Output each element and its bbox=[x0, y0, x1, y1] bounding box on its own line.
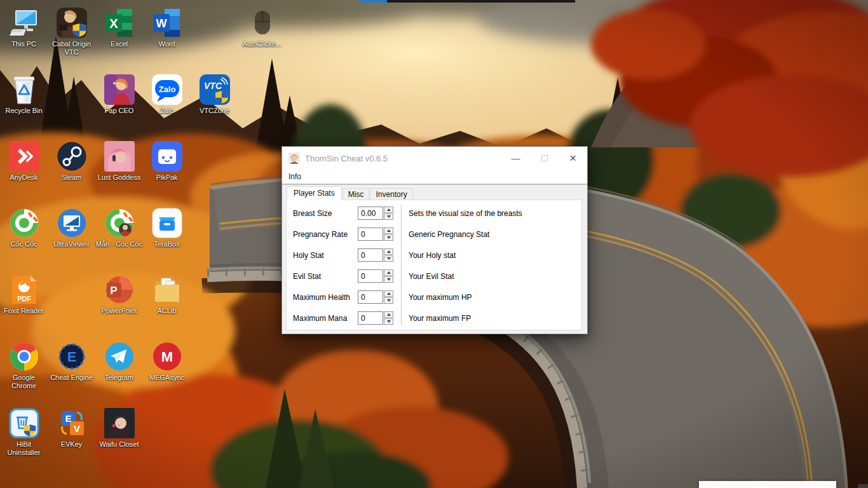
ultraviewer-icon bbox=[57, 208, 87, 238]
stat-label: Breast Size bbox=[293, 209, 358, 218]
desktop-icon-label: Zalo bbox=[160, 107, 173, 115]
telegram-icon bbox=[104, 341, 135, 372]
svg-text:M: M bbox=[161, 349, 172, 365]
desktop-icon-foxit-reader[interactable]: PDFFoxit Reader bbox=[0, 272, 48, 315]
vtczone-icon: VTC bbox=[200, 74, 230, 105]
desktop-icon-ultraviewer[interactable]: UltraViewer bbox=[48, 205, 95, 248]
desktop-icon-google-chrome[interactable]: Google Chrome bbox=[0, 339, 48, 390]
desktop-icon-recycle-bin[interactable]: Recycle Bin bbox=[0, 72, 48, 115]
desktop-icon-megasync[interactable]: MMEGAsync bbox=[143, 339, 191, 382]
spinner-down-button[interactable] bbox=[384, 234, 393, 241]
desktop-icon-label: Cốc Cốc bbox=[10, 240, 37, 248]
desktop-icon-label: Steam bbox=[62, 173, 82, 182]
close-button[interactable]: ✕ bbox=[559, 147, 587, 170]
powerpoint-icon: P bbox=[104, 274, 135, 305]
desktop-icon-label: Word bbox=[158, 40, 175, 48]
stat-description: Your Evil Stat bbox=[409, 272, 454, 281]
svg-text:PDF: PDF bbox=[17, 295, 31, 302]
desktop-icon-powerpoint[interactable]: PPowerPoint bbox=[95, 272, 143, 315]
spinner-up-button[interactable] bbox=[384, 290, 393, 297]
spinner-up-button[interactable] bbox=[384, 311, 393, 318]
desktop-icon-autoclicker[interactable]: AutoClicke... bbox=[238, 5, 286, 48]
svg-text:P: P bbox=[110, 285, 117, 297]
desktop-icon-cabal-origin-vtc[interactable]: Cabal Origin VTC bbox=[48, 5, 95, 57]
stat-row-holy-stat: Holy StatYour Holy stat bbox=[293, 245, 581, 266]
evil-stat-spinner bbox=[358, 269, 393, 283]
desktop-icon-label: TeraBox bbox=[154, 240, 179, 248]
spinner-up-button[interactable] bbox=[384, 227, 393, 234]
up-arrow-icon bbox=[387, 271, 391, 274]
desktop-icon-label: Excel bbox=[111, 40, 128, 48]
menu-info[interactable]: Info bbox=[283, 170, 306, 183]
spinner-down-button[interactable] bbox=[384, 276, 393, 283]
desktop-icon-zalo[interactable]: ZaloZalo bbox=[143, 72, 191, 115]
excel-icon: X bbox=[104, 8, 135, 38]
maximum-mana-input[interactable] bbox=[358, 311, 383, 325]
desktop-icon-anydesk[interactable]: AnyDesk bbox=[0, 139, 48, 182]
stat-row-maximum-health: Maximum HealthYour maximum HP bbox=[293, 287, 581, 308]
hidden-window-corner-bottom-right[interactable] bbox=[858, 484, 868, 488]
desktop-icon-evkey[interactable]: EVEVKey bbox=[48, 405, 95, 449]
menubar: Info bbox=[282, 170, 587, 184]
spinner-up-button[interactable] bbox=[384, 207, 393, 213]
desktop-icon-lust-goddess[interactable]: Lust Goddess bbox=[95, 139, 143, 182]
desktop-icon-vtczone[interactable]: VTCVTCZone bbox=[191, 72, 238, 115]
desktop-icon-telegram[interactable]: Telegram bbox=[95, 339, 143, 382]
maximum-health-input[interactable] bbox=[358, 290, 383, 304]
breast-size-input[interactable] bbox=[358, 207, 383, 220]
down-arrow-icon bbox=[387, 257, 391, 260]
desktop-icon-coc-coc[interactable]: Cốc Cốc bbox=[0, 205, 48, 248]
hidden-window-edge-top-accent bbox=[359, 0, 387, 3]
desktop-icon-hibit-uninstaller[interactable]: HiBit Uninstaller bbox=[0, 405, 48, 457]
hidden-window-edge-bottom[interactable] bbox=[699, 481, 836, 488]
stat-description: Your Holy stat bbox=[409, 251, 456, 260]
desktop-icon-waifu-closet[interactable]: Waifu Closet bbox=[95, 405, 143, 449]
spinner-down-button[interactable] bbox=[384, 255, 393, 262]
desktop-icon-label: UltraViewer bbox=[53, 240, 90, 248]
stat-description: Your maximum FP bbox=[409, 314, 471, 323]
tab-misc[interactable]: Misc bbox=[342, 188, 370, 200]
spinner-up-button[interactable] bbox=[384, 248, 393, 255]
spinner-down-button[interactable] bbox=[384, 214, 393, 220]
desktop-icon-label: EVKey bbox=[61, 440, 83, 449]
desktop-icon-excel[interactable]: XExcel bbox=[95, 5, 143, 48]
desktop-icon-man-coc-coc[interactable]: Mẳn - Cốc Cốc bbox=[95, 205, 143, 248]
tab-inventory[interactable]: Inventory bbox=[370, 188, 412, 200]
desktop-icon-label: PikPak bbox=[156, 173, 177, 182]
desktop-icon-aclib[interactable]: ACLib bbox=[143, 272, 191, 315]
spinner-buttons bbox=[384, 227, 393, 241]
maximize-button[interactable] bbox=[530, 147, 559, 170]
maximize-icon bbox=[541, 155, 548, 161]
spinner-down-button[interactable] bbox=[384, 318, 393, 325]
desktop-icon-this-pc[interactable]: This PC bbox=[0, 5, 48, 48]
pregnancy-rate-input[interactable] bbox=[358, 227, 383, 241]
window-title: ThornSin Cheat v0.6.5 bbox=[305, 154, 501, 163]
desktop: This PCCabal Origin VTCXExcelWWordAutoCl… bbox=[0, 0, 868, 488]
desktop-icon-steam[interactable]: Steam bbox=[48, 139, 95, 182]
aclib-icon bbox=[152, 274, 182, 305]
down-arrow-icon bbox=[387, 236, 391, 239]
desktop-icon-terabox[interactable]: TeraBox bbox=[143, 205, 191, 248]
desktop-icon-label: Foxit Reader bbox=[4, 307, 44, 315]
desktop-icon-cheat-engine[interactable]: ECheat Engine bbox=[48, 339, 95, 382]
hidden-window-edge-top[interactable] bbox=[359, 0, 575, 3]
zalo-icon: Zalo bbox=[152, 74, 182, 105]
desktop-icon-fap-ceo[interactable]: Fap CEO bbox=[95, 72, 143, 115]
man-coc-coc-icon bbox=[104, 208, 135, 238]
stat-description: Generic Pregnancy Stat bbox=[409, 230, 489, 239]
desktop-icon-label: Fap CEO bbox=[105, 107, 134, 115]
spinner-buttons bbox=[384, 290, 393, 304]
svg-text:X: X bbox=[109, 17, 118, 30]
spinner-down-button[interactable] bbox=[384, 297, 393, 304]
titlebar[interactable]: ThornSin Cheat v0.6.5 — ✕ bbox=[282, 147, 587, 170]
evil-stat-input[interactable] bbox=[358, 269, 383, 283]
tab-player-stats[interactable]: Player Stats bbox=[287, 186, 342, 201]
desktop-icon-label: Recycle Bin bbox=[5, 107, 42, 115]
stat-row-pregnancy-rate: Pregnancy RateGeneric Pregnancy Stat bbox=[293, 224, 581, 245]
spinner-up-button[interactable] bbox=[384, 269, 393, 276]
desktop-icon-word[interactable]: WWord bbox=[143, 5, 191, 48]
holy-stat-input[interactable] bbox=[358, 248, 383, 262]
desktop-icon-pikpak[interactable]: PikPak bbox=[143, 139, 191, 182]
minimize-button[interactable]: — bbox=[501, 147, 530, 170]
desktop-icon-grid: This PCCabal Origin VTCXExcelWWordAutoCl… bbox=[0, 0, 305, 488]
